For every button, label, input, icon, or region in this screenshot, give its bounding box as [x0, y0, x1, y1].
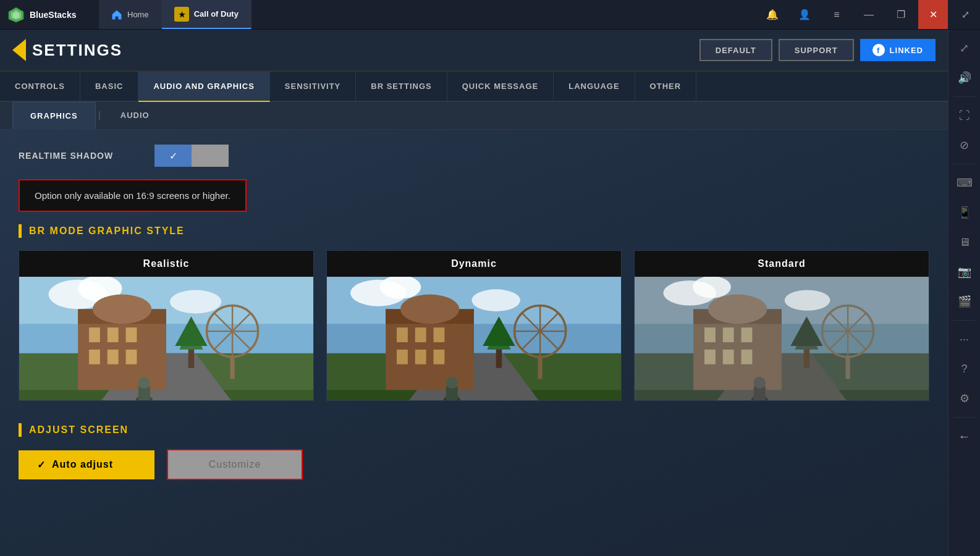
- realistic-svg-scene: [19, 277, 313, 400]
- sub-tab-graphics[interactable]: GRAPHICS: [12, 102, 96, 129]
- svg-rect-27: [230, 357, 235, 379]
- svg-rect-21: [126, 350, 137, 364]
- svg-rect-19: [89, 350, 100, 364]
- standard-svg-scene: [635, 277, 929, 400]
- dynamic-svg-scene: [327, 277, 621, 400]
- sub-tab-divider: |: [96, 110, 103, 121]
- standard-title: Standard: [635, 251, 929, 277]
- content-area: SETTINGS DEFAULT SUPPORT f LINKED CONTRO…: [0, 30, 948, 556]
- dynamic-card[interactable]: Dynamic: [326, 250, 622, 401]
- adjust-section-bar-icon: [19, 423, 22, 437]
- svg-point-44: [400, 295, 459, 324]
- adjust-screen-title: ADJUST SCREEN: [29, 424, 129, 436]
- bluestacks-gem-icon: [7, 6, 25, 23]
- tab-basic[interactable]: BASIC: [80, 72, 138, 101]
- account-btn[interactable]: 👤: [790, 0, 819, 29]
- title-bar: BlueStacks Home ★ Call of Duty 🔔 👤 ≡ — ❐…: [0, 0, 980, 30]
- svg-point-15: [93, 295, 151, 324]
- section-bar-icon: [19, 224, 22, 238]
- svg-point-91: [754, 377, 766, 389]
- hamburger-menu-btn[interactable]: ≡: [822, 0, 851, 29]
- sidebar-volume-icon[interactable]: 🔊: [951, 64, 978, 91]
- svg-rect-18: [126, 327, 137, 342]
- svg-rect-48: [397, 350, 408, 364]
- realistic-card[interactable]: Realistic: [19, 250, 314, 401]
- tooltip-text: Option only available on 16:9 screens or…: [35, 190, 230, 201]
- game-tab-label: Call of Duty: [194, 9, 239, 19]
- sidebar-settings-icon[interactable]: ⚙: [951, 385, 978, 412]
- adjust-screen-section-header: ADJUST SCREEN: [19, 423, 929, 437]
- sidebar-slash-icon[interactable]: ⊘: [951, 132, 978, 159]
- main-container: SETTINGS DEFAULT SUPPORT f LINKED CONTRO…: [0, 30, 980, 556]
- sidebar-expand-icon[interactable]: ⤢: [951, 35, 978, 62]
- tab-quick-message[interactable]: QUICK MESSAGE: [447, 72, 554, 101]
- br-mode-section-header: BR MODE GRAPHIC STYLE: [19, 224, 929, 238]
- sidebar-video-icon[interactable]: 🎬: [951, 288, 978, 315]
- support-button[interactable]: SUPPORT: [779, 39, 854, 61]
- svg-rect-45: [397, 327, 408, 342]
- window-controls: 🔔 👤 ≡ — ❐ ✕ ⤢: [758, 0, 980, 29]
- sidebar-divider-2: [953, 164, 976, 164]
- svg-rect-47: [434, 327, 445, 342]
- sidebar-fullscreen-icon[interactable]: ⛶: [951, 102, 978, 129]
- sidebar-back-icon[interactable]: ←: [951, 423, 978, 450]
- close-btn[interactable]: ✕: [918, 0, 948, 29]
- tab-br-settings[interactable]: BR SETTINGS: [356, 72, 447, 101]
- svg-rect-78: [723, 350, 734, 364]
- sidebar-help-icon[interactable]: ?: [951, 355, 978, 382]
- facebook-icon: f: [872, 44, 885, 56]
- auto-adjust-button[interactable]: ✓ Auto adjust: [19, 450, 154, 479]
- sidebar-more-icon[interactable]: ···: [951, 326, 978, 353]
- header-buttons: DEFAULT SUPPORT f LINKED: [699, 39, 936, 61]
- default-button[interactable]: DEFAULT: [699, 39, 772, 61]
- realistic-title: Realistic: [19, 251, 313, 277]
- svg-point-38: [471, 289, 520, 311]
- tab-controls[interactable]: CONTROLS: [0, 72, 80, 101]
- realistic-scene: [19, 277, 313, 400]
- standard-image: [635, 277, 929, 400]
- home-icon: [111, 9, 122, 20]
- realtime-shadow-toggle[interactable]: ✓: [154, 145, 229, 167]
- svg-point-62: [446, 377, 458, 389]
- svg-rect-17: [108, 327, 119, 342]
- tab-other[interactable]: OTHER: [635, 72, 697, 101]
- realtime-shadow-label: REALTIME SHADOW: [19, 151, 142, 161]
- svg-point-73: [708, 295, 767, 324]
- realistic-image: [19, 277, 313, 400]
- auto-adjust-label: Auto adjust: [52, 459, 113, 470]
- br-mode-title: BR MODE GRAPHIC STYLE: [29, 225, 185, 237]
- customize-button[interactable]: Customize: [167, 449, 303, 480]
- tab-language[interactable]: LANGUAGE: [554, 72, 635, 101]
- standard-card[interactable]: Standard: [634, 250, 929, 401]
- svg-rect-49: [415, 350, 426, 364]
- cod-icon: ★: [175, 7, 188, 21]
- standard-scene: [635, 277, 929, 400]
- sidebar-display-icon[interactable]: 🖥: [951, 229, 978, 256]
- sidebar-camera-icon[interactable]: 📷: [951, 258, 978, 285]
- tab-sensitivity[interactable]: SENSITIVITY: [270, 72, 356, 101]
- toggle-off-btn[interactable]: [192, 145, 229, 167]
- tooltip-container: Option only available on 16:9 screens or…: [19, 179, 929, 212]
- sidebar-phone-icon[interactable]: 📱: [951, 199, 978, 226]
- page-content: REALTIME SHADOW ✓ Option only available …: [0, 130, 948, 556]
- app-logo: BlueStacks: [0, 6, 99, 23]
- game-tab[interactable]: ★ Call of Duty: [162, 0, 251, 29]
- settings-title: SETTINGS: [32, 41, 122, 60]
- home-tab[interactable]: Home: [99, 0, 162, 29]
- restore-btn[interactable]: ❐: [886, 0, 916, 29]
- nav-tabs: CONTROLS BASIC AUDIO AND GRAPHICS SENSIT…: [0, 72, 948, 102]
- minimize-btn[interactable]: —: [854, 0, 884, 29]
- linked-button[interactable]: f LINKED: [860, 39, 936, 61]
- sub-tab-audio[interactable]: AUDIO: [103, 102, 167, 129]
- linked-label: LINKED: [890, 46, 923, 55]
- svg-point-33: [138, 377, 150, 389]
- tab-audio-graphics[interactable]: AUDIO AND GRAPHICS: [138, 72, 269, 102]
- notification-btn[interactable]: 🔔: [758, 0, 787, 29]
- expand-btn[interactable]: ⤢: [950, 0, 980, 29]
- tooltip-box: Option only available on 16:9 screens or…: [19, 179, 247, 212]
- svg-rect-77: [704, 350, 716, 364]
- sidebar-keyboard-icon[interactable]: ⌨: [951, 169, 978, 196]
- home-tab-label: Home: [127, 10, 149, 19]
- svg-point-9: [170, 290, 221, 313]
- toggle-on-btn[interactable]: ✓: [154, 145, 192, 167]
